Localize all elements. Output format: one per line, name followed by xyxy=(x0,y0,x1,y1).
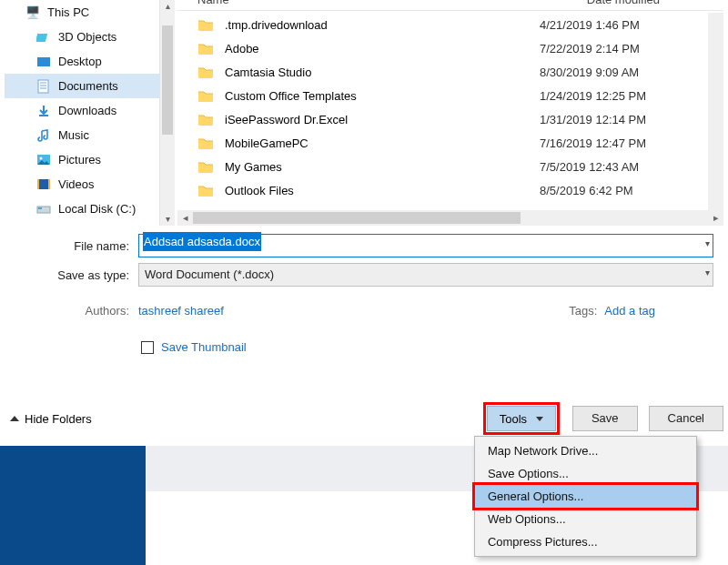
file-name-input[interactable]: Addsad adsasda.docx xyxy=(138,234,713,257)
authors-label: Authors: xyxy=(0,304,138,318)
desktop-icon xyxy=(35,55,51,68)
tools-menu-compress-pictures[interactable]: Compress Pictures... xyxy=(475,530,696,553)
svg-rect-2 xyxy=(38,80,48,93)
downloads-icon xyxy=(35,105,51,117)
file-date: 1/24/2019 12:25 PM xyxy=(540,89,708,103)
hide-folders-button[interactable]: Hide Folders xyxy=(10,412,92,426)
tools-button[interactable]: Tools xyxy=(487,406,556,431)
nav-label: Pictures xyxy=(58,153,101,166)
authors-value[interactable]: tashreef shareef xyxy=(138,304,224,318)
svg-rect-12 xyxy=(38,207,42,209)
nav-item-3d-objects[interactable]: 3D Objects xyxy=(5,25,159,49)
music-icon xyxy=(35,128,51,143)
form-area: File name: Addsad adsasda.docx ▾ Save as… xyxy=(0,231,728,354)
tools-menu-save-options[interactable]: Save Options... xyxy=(475,462,696,485)
nav-label: Desktop xyxy=(58,55,102,68)
folder-icon xyxy=(197,89,214,102)
nav-item-local-disk[interactable]: Local Disk (C:) xyxy=(5,197,159,221)
file-name: Outlook Files xyxy=(225,184,529,197)
scroll-down-icon[interactable]: ▾ xyxy=(160,213,175,226)
cancel-button[interactable]: Cancel xyxy=(649,406,723,431)
nav-item-videos[interactable]: Videos xyxy=(5,172,159,197)
nav-item-music[interactable]: Music xyxy=(5,123,159,147)
nav-label: Music xyxy=(58,128,89,142)
scroll-left-icon[interactable]: ◂ xyxy=(177,212,193,224)
tools-label: Tools xyxy=(500,412,527,426)
list-item[interactable]: iSeePassword Dr.Excel1/31/2019 12:14 PM xyxy=(177,107,708,131)
list-item[interactable]: Camtasia Studio8/30/2019 9:09 AM xyxy=(177,60,708,84)
nav-label: 3D Objects xyxy=(58,30,116,44)
tags-label: Tags: xyxy=(569,304,597,318)
file-name: iSeePassword Dr.Excel xyxy=(225,113,529,126)
nav-scroll-thumb[interactable] xyxy=(162,25,173,135)
file-date: 8/30/2019 9:09 AM xyxy=(540,66,708,79)
list-item[interactable]: MobileGamePC7/16/2019 12:47 PM xyxy=(177,131,708,155)
svg-rect-1 xyxy=(37,57,50,66)
list-header[interactable]: Name Date modified xyxy=(177,0,723,11)
nav-label: Documents xyxy=(58,79,118,93)
svg-point-7 xyxy=(39,157,42,160)
nav-item-documents[interactable]: Documents xyxy=(5,74,159,98)
list-item[interactable]: My Games7/5/2019 12:43 AM xyxy=(177,155,708,178)
tools-menu-web-options[interactable]: Web Options... xyxy=(475,508,696,530)
save-thumbnail-label[interactable]: Save Thumbnail xyxy=(161,340,247,354)
nav-item-pictures[interactable]: Pictures xyxy=(5,147,159,172)
file-name-field[interactable]: Addsad adsasda.docx ▾ xyxy=(138,234,713,257)
nav-item-downloads[interactable]: Downloads xyxy=(5,98,159,123)
hide-folders-label: Hide Folders xyxy=(25,412,92,426)
tags-value[interactable]: Add a tag xyxy=(604,304,655,318)
column-header-date[interactable]: Date modified xyxy=(587,0,660,6)
file-name-value: Addsad adsasda.docx xyxy=(143,232,261,251)
save-thumbnail-checkbox[interactable] xyxy=(141,341,154,354)
file-name: Custom Office Templates xyxy=(225,89,529,103)
pc-icon: 🖥️ xyxy=(25,5,40,19)
nav-label: Downloads xyxy=(58,104,116,117)
videos-icon xyxy=(35,178,51,190)
file-date: 7/16/2019 12:47 PM xyxy=(540,136,708,150)
tools-menu-map-network-drive[interactable]: Map Network Drive... xyxy=(475,439,696,462)
documents-icon xyxy=(35,79,51,94)
bottom-bar: Hide Folders Tools Map Network Drive... … xyxy=(5,400,723,437)
file-name: Camtasia Studio xyxy=(225,66,529,79)
file-list: Name Date modified .tmp.drivedownload4/2… xyxy=(177,0,723,226)
scroll-up-icon[interactable]: ▴ xyxy=(160,0,175,13)
column-header-name[interactable]: Name xyxy=(197,0,229,6)
file-name: Adobe xyxy=(225,42,529,55)
list-item[interactable]: Outlook Files8/5/2019 6:42 PM xyxy=(177,178,708,202)
svg-rect-9 xyxy=(37,179,39,189)
list-scroll-thumb-h[interactable] xyxy=(193,212,521,224)
nav-scrollbar[interactable]: ▴ ▾ xyxy=(159,0,175,226)
save-as-dialog: 🖥️ This PC 3D Objects Desktop Documents xyxy=(0,0,728,444)
svg-rect-0 xyxy=(36,34,47,42)
nav-item-desktop[interactable]: Desktop xyxy=(5,49,159,74)
file-name: MobileGamePC xyxy=(225,136,529,150)
file-name: My Games xyxy=(225,160,529,174)
list-item[interactable]: .tmp.drivedownload4/21/2019 1:46 PM xyxy=(177,13,708,36)
list-scrollbar-horizontal[interactable]: ◂ ▸ xyxy=(177,210,723,226)
file-date: 7/5/2019 12:43 AM xyxy=(540,160,708,174)
nav-label: Videos xyxy=(58,177,95,191)
save-as-type-label: Save as type: xyxy=(0,268,138,282)
tools-menu-general-options[interactable]: General Options... xyxy=(475,485,696,508)
file-date: 1/31/2019 12:14 PM xyxy=(540,113,708,126)
chevron-up-icon xyxy=(10,416,19,421)
list-item[interactable]: Adobe7/22/2019 2:14 PM xyxy=(177,36,708,60)
list-body: .tmp.drivedownload4/21/2019 1:46 PMAdobe… xyxy=(177,13,708,210)
pictures-icon xyxy=(35,154,51,166)
folder-icon xyxy=(197,66,214,78)
save-as-type-value[interactable]: Word Document (*.docx) xyxy=(138,263,713,287)
scroll-right-icon[interactable]: ▸ xyxy=(708,212,723,224)
list-item[interactable]: Custom Office Templates1/24/2019 12:25 P… xyxy=(177,84,708,107)
list-scrollbar-vertical[interactable] xyxy=(708,13,723,210)
save-as-type-field[interactable]: Word Document (*.docx) ▾ xyxy=(138,263,713,287)
nav-item-this-pc[interactable]: 🖥️ This PC xyxy=(5,0,159,25)
file-date: 4/21/2019 1:46 PM xyxy=(540,18,708,32)
tools-menu: Map Network Drive... Save Options... Gen… xyxy=(474,436,697,557)
folder-icon xyxy=(197,184,214,197)
save-button[interactable]: Save xyxy=(572,406,638,431)
folder-icon xyxy=(197,113,214,126)
file-name: .tmp.drivedownload xyxy=(225,18,529,32)
nav-label: Local Disk (C:) xyxy=(58,202,136,216)
disk-icon xyxy=(35,204,51,215)
background-blue-panel xyxy=(0,446,146,565)
